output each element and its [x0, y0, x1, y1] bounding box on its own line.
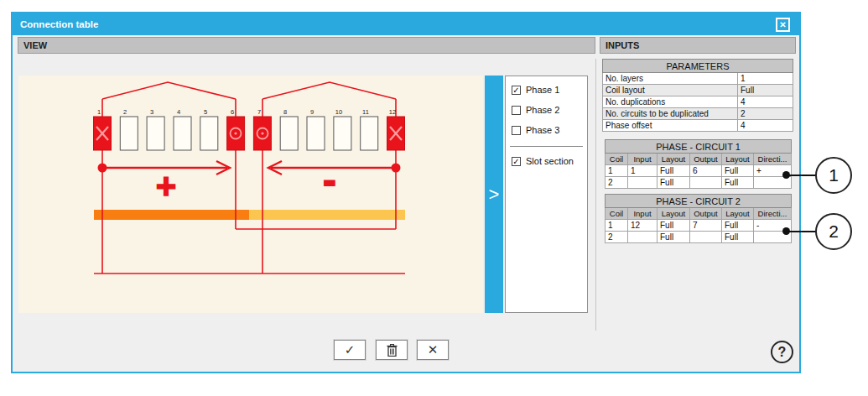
checkbox-icon: ✓	[512, 157, 521, 166]
svg-text:6: 6	[231, 108, 234, 116]
phase-circuit-2-table: PHASE - CIRCUIT 2 Coil Input Layout Outp…	[605, 194, 792, 243]
checkbox-slot-section[interactable]: ✓ Slot section	[512, 155, 574, 167]
table-row: 2 Full Full	[606, 232, 792, 243]
col-header: Layout	[657, 208, 690, 220]
slot-row: 1 2 3 4	[94, 108, 405, 150]
cell-coil: 2	[606, 232, 628, 243]
table-row: No. duplications 4	[603, 96, 793, 108]
slot-11: 11	[361, 108, 378, 150]
cancel-button[interactable]: ✕	[417, 340, 449, 360]
coil-arc-right	[262, 82, 396, 99]
inputs-panel-title: INPUTS	[606, 40, 639, 50]
table-title: PHASE - CIRCUIT 1	[606, 140, 792, 154]
param-label: No. duplications	[603, 96, 738, 108]
checkbox-label: Phase 3	[526, 125, 559, 135]
inputs-panel-header: INPUTS	[600, 37, 796, 54]
col-header: Input	[628, 208, 657, 220]
svg-text:10: 10	[335, 108, 342, 116]
cell-output[interactable]: 7	[690, 220, 722, 232]
slot-section-bar-negative	[249, 210, 405, 220]
view-panel-header: VIEW	[18, 37, 595, 54]
screenshot-stage: Connection table ✕ VIEW INPUTS	[0, 0, 868, 396]
confirm-button[interactable]: ✓	[334, 340, 366, 360]
table-title: PARAMETERS	[603, 60, 793, 73]
svg-text:4: 4	[177, 108, 180, 116]
svg-text:3: 3	[150, 108, 153, 116]
param-value[interactable]: 4	[738, 96, 793, 108]
param-value[interactable]: 4	[738, 120, 793, 132]
checkbox-icon	[512, 126, 521, 135]
param-value[interactable]: Full	[738, 85, 793, 96]
svg-text:2: 2	[123, 108, 127, 116]
checkmark-icon: ✓	[345, 342, 356, 357]
table-row: No. circuits to be duplicated 2	[603, 108, 793, 120]
close-button[interactable]: ✕	[776, 18, 790, 32]
col-header: Directi...	[754, 208, 792, 220]
slot-5: 5	[200, 108, 218, 150]
table-row: 2 Full Full	[606, 177, 792, 189]
svg-text:7: 7	[257, 108, 261, 116]
slot-section-bar-positive	[94, 210, 249, 220]
parameters-table: PARAMETERS No. layers 1 Coil layout Full…	[602, 59, 793, 132]
svg-text:9: 9	[310, 108, 314, 116]
cell-layout[interactable]: Full	[722, 232, 754, 243]
cell-input[interactable]: 12	[628, 220, 657, 232]
cell-input[interactable]	[628, 177, 657, 189]
param-label: Phase offset	[603, 120, 738, 132]
param-value[interactable]: 1	[738, 73, 793, 85]
param-label: No. layers	[603, 73, 738, 85]
checkbox-label: Phase 2	[526, 105, 559, 115]
help-button[interactable]: ?	[771, 341, 793, 363]
negative-polarity-label: -	[323, 158, 335, 201]
callout-label: 1	[829, 165, 839, 185]
svg-text:5: 5	[204, 108, 207, 116]
cell-output[interactable]	[690, 232, 722, 243]
callout-1-line	[788, 175, 816, 176]
slot-2: 2	[120, 108, 138, 150]
checkbox-icon: ✓	[512, 86, 521, 95]
cell-layout[interactable]: Full	[722, 220, 754, 232]
phase-circuit-1-table: PHASE - CIRCUIT 1 Coil Input Layout Outp…	[605, 139, 792, 189]
table-header-row: Coil Input Layout Output Layout Directi.…	[606, 154, 792, 165]
param-label: Coil layout	[603, 85, 738, 96]
cell-input[interactable]: 1	[628, 165, 657, 177]
callout-2-line	[788, 231, 816, 232]
cell-layout[interactable]: Full	[657, 165, 690, 177]
col-header: Coil	[606, 154, 628, 165]
checkbox-phase-1[interactable]: ✓ Phase 1	[512, 84, 559, 96]
col-header: Coil	[606, 208, 628, 220]
question-mark-icon: ?	[778, 345, 787, 360]
cell-input[interactable]	[628, 232, 657, 243]
slot-3: 3	[147, 108, 164, 150]
coil-wires	[94, 82, 405, 274]
cell-coil: 1	[606, 220, 628, 232]
page-title: Connection table	[20, 19, 98, 29]
cell-output[interactable]: 6	[690, 165, 722, 177]
cell-output[interactable]	[690, 177, 722, 189]
cell-layout[interactable]: Full	[657, 232, 690, 243]
slot-9: 9	[307, 108, 325, 150]
cell-layout[interactable]: Full	[657, 220, 690, 232]
cell-layout[interactable]: Full	[722, 165, 754, 177]
table-header-row: Coil Input Layout Output Layout Directi.…	[606, 208, 792, 220]
checkbox-phase-2[interactable]: Phase 2	[512, 104, 559, 116]
table-row: No. layers 1	[603, 73, 793, 85]
checkbox-phase-3[interactable]: Phase 3	[512, 124, 559, 136]
table-row: Phase offset 4	[603, 120, 793, 132]
param-value[interactable]: 2	[738, 108, 793, 120]
dialog-titlebar: Connection table ✕	[13, 13, 799, 35]
col-header: Layout	[722, 154, 754, 165]
cell-coil: 1	[606, 165, 628, 177]
display-options-panel: ✓ Phase 1 Phase 2 Phase 3 ✓ Slot section	[505, 76, 588, 313]
col-header: Output	[690, 154, 722, 165]
cell-layout[interactable]: Full	[657, 177, 690, 189]
delete-button[interactable]	[376, 340, 408, 360]
slot-4: 4	[174, 108, 191, 150]
cell-layout[interactable]: Full	[722, 177, 754, 189]
col-header: Layout	[722, 208, 754, 220]
legend-expander-button[interactable]: >	[485, 76, 503, 313]
checkbox-icon	[512, 106, 521, 115]
svg-text:1: 1	[97, 108, 101, 116]
table-row: Coil layout Full	[603, 85, 793, 96]
callout-1-badge: 1	[815, 157, 852, 194]
